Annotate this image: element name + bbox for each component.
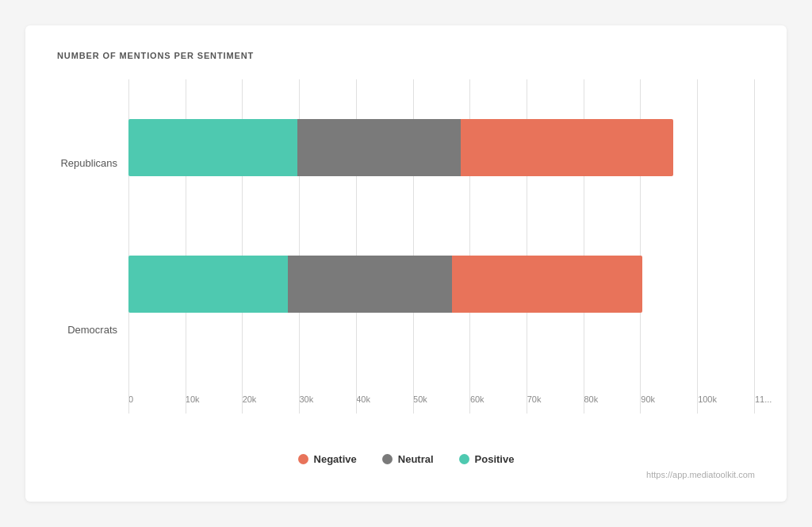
bar-democrats-neutral bbox=[288, 256, 452, 313]
bar-democrats-negative bbox=[452, 256, 642, 313]
y-label-democrats: Democrats bbox=[57, 324, 128, 336]
legend-label-negative: Negative bbox=[314, 453, 357, 465]
legend-label-positive: Positive bbox=[475, 453, 515, 465]
legend-label-neutral: Neutral bbox=[398, 453, 434, 465]
legend: Negative Neutral Positive bbox=[57, 447, 755, 465]
bar-republicans-negative bbox=[461, 119, 673, 176]
bar-democrats-positive bbox=[128, 256, 288, 313]
bar-group-republicans bbox=[128, 119, 673, 176]
chart-inner: 0 10k 20k 30k 40k 50k 60k 70k 80k 90k 10… bbox=[128, 79, 755, 437]
legend-item-neutral: Neutral bbox=[382, 453, 434, 465]
plot-area: Republicans Democrats bbox=[57, 79, 755, 437]
y-labels: Republicans Democrats bbox=[57, 79, 128, 437]
chart-title: NUMBER OF MENTIONS PER SENTIMENT bbox=[57, 51, 755, 60]
bar-group-democrats bbox=[128, 256, 642, 313]
bar-republicans-neutral bbox=[297, 119, 461, 176]
x-axis: 0 10k 20k 30k 40k 50k 60k 70k 80k 90k 10… bbox=[128, 383, 755, 407]
legend-item-positive: Positive bbox=[459, 453, 515, 465]
chart-body: Republicans Democrats bbox=[57, 79, 755, 479]
legend-dot-positive bbox=[459, 454, 469, 464]
y-label-republicans: Republicans bbox=[57, 157, 128, 169]
bar-row-democrats bbox=[128, 246, 755, 322]
legend-dot-neutral bbox=[382, 454, 393, 464]
grid-and-bars: 0 10k 20k 30k 40k 50k 60k 70k 80k 90k 10… bbox=[128, 79, 755, 437]
legend-dot-negative bbox=[298, 454, 308, 464]
bar-row-republicans bbox=[128, 110, 755, 186]
legend-item-negative: Negative bbox=[298, 453, 357, 465]
watermark: https://app.mediatoolkit.com bbox=[57, 470, 755, 479]
chart-container: NUMBER OF MENTIONS PER SENTIMENT Republi… bbox=[25, 25, 787, 502]
bar-republicans-positive bbox=[128, 119, 297, 176]
